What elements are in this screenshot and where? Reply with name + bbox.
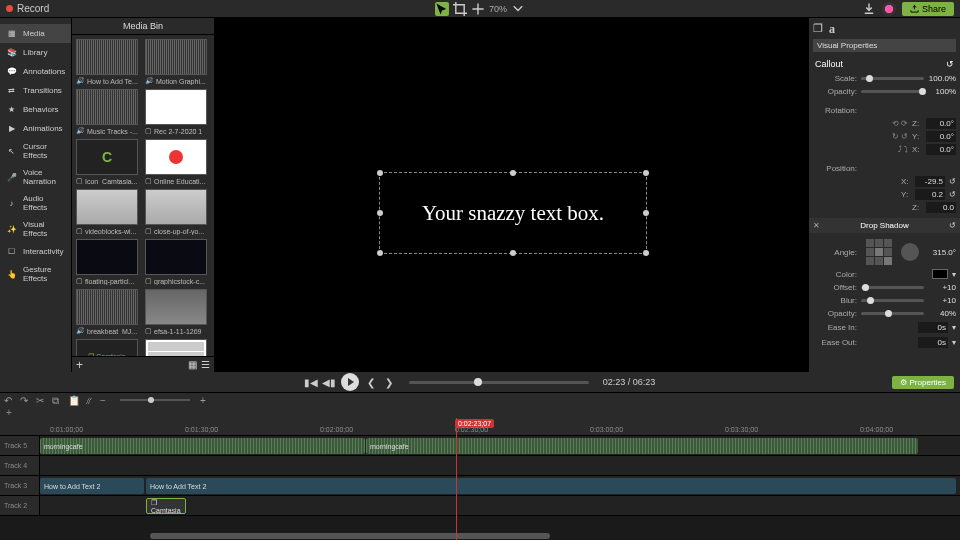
track-label[interactable]: Track 2 — [0, 496, 40, 515]
media-item[interactable]: ▢close-up-of-yo... — [145, 189, 210, 235]
resize-handle[interactable] — [643, 210, 649, 216]
rotate-z-icon[interactable]: ⟲ — [892, 119, 899, 128]
resize-handle[interactable] — [643, 170, 649, 176]
resize-handle[interactable] — [377, 210, 383, 216]
tool-item-visualeffects[interactable]: ✨Visual Effects — [0, 216, 71, 242]
media-item[interactable]: ▢Rec 2-7-2020 1 — [145, 89, 210, 135]
timeline-clip[interactable]: morningcafe — [40, 438, 365, 454]
ds-color-swatch[interactable] — [932, 269, 948, 279]
timeline-clip[interactable]: How to Add Text 2 — [40, 478, 144, 494]
ds-angle-value[interactable]: 315.0° — [928, 248, 956, 257]
reset-drop-shadow-icon[interactable]: ↺ — [949, 221, 956, 230]
ds-color-dropdown-icon[interactable]: ▾ — [952, 270, 956, 279]
media-item[interactable]: ▢graphicstock-c... — [145, 239, 210, 285]
undo-icon[interactable]: ↶ — [4, 395, 14, 405]
ds-blur-slider[interactable] — [861, 299, 924, 302]
scrub-bar[interactable] — [409, 381, 589, 384]
zoom-in-icon[interactable]: + — [200, 395, 210, 405]
properties-button[interactable]: ⚙ Properties — [892, 376, 954, 389]
timeline-clip[interactable]: How to Add Text 2 — [146, 478, 956, 494]
grid-view-icon[interactable]: ▦ — [188, 359, 197, 370]
tool-item-voice[interactable]: 🎤Voice Narration — [0, 164, 71, 190]
timeline-ruler[interactable]: 0:02:23;07 0:01:00;000:01:30;000:02:00;0… — [0, 418, 960, 436]
rotate-x-icon2[interactable]: ⤵ — [904, 145, 908, 154]
timeline-zoom-slider[interactable] — [120, 399, 190, 401]
tool-item-audioeffects[interactable]: ♪Audio Effects — [0, 190, 71, 216]
media-item[interactable]: ❐ Camtasia▢Logo_Hrz_Ca... — [76, 339, 141, 356]
text-callout-selection[interactable]: Your snazzy text box. — [379, 172, 647, 254]
timeline-clip[interactable]: morningcafe — [366, 438, 918, 454]
scale-slider[interactable] — [861, 77, 924, 80]
track-content[interactable]: How to Add Text 2How to Add Text 2 — [40, 476, 960, 495]
reset-y-icon[interactable]: ↺ — [949, 190, 956, 199]
ds-offset-slider[interactable] — [861, 286, 924, 289]
angle-wheel[interactable] — [901, 243, 919, 261]
timeline-clip[interactable]: ❐ Camtasia — [146, 498, 186, 514]
canvas[interactable]: Your snazzy text box. — [214, 18, 808, 372]
text-tab-icon[interactable]: a — [829, 22, 835, 37]
media-item[interactable]: ▢Rec 2-7-2020 2 — [145, 339, 210, 356]
opacity-slider[interactable] — [861, 90, 924, 93]
user-avatar[interactable] — [882, 2, 896, 16]
media-item[interactable]: ▢Online Educati... — [145, 139, 210, 185]
redo-icon[interactable]: ↷ — [20, 395, 30, 405]
zoom-out-icon[interactable]: − — [100, 395, 110, 405]
rotate-x-icon[interactable]: ⤴ — [898, 145, 902, 154]
media-item[interactable]: ▢videoblocks-wi... — [76, 189, 141, 235]
step-back-button[interactable]: ◀▮ — [323, 376, 335, 388]
crop-tool-button[interactable] — [453, 2, 467, 16]
media-item[interactable]: 🔊How to Add Te... — [76, 39, 141, 85]
ds-opacity-slider[interactable] — [861, 312, 924, 315]
prev-clip-button[interactable]: ▮◀ — [305, 376, 317, 388]
opacity-value[interactable]: 100% — [928, 87, 956, 96]
zoom-dropdown-icon[interactable] — [511, 2, 525, 16]
rotation-z-input[interactable]: 0.0° — [926, 118, 956, 129]
ds-blur-value[interactable]: +10 — [928, 296, 956, 305]
ds-easein-value[interactable]: 0s — [918, 322, 948, 333]
share-button[interactable]: Share — [902, 2, 954, 16]
add-media-button[interactable]: + — [76, 358, 83, 372]
tool-item-media[interactable]: ▦Media — [0, 24, 71, 43]
copy-icon[interactable]: ⧉ — [52, 395, 62, 405]
resize-handle[interactable] — [377, 170, 383, 176]
visual-properties-tab[interactable]: Visual Properties — [813, 39, 956, 52]
tool-item-gesture[interactable]: 👆Gesture Effects — [0, 261, 71, 287]
position-z-input[interactable]: 0.0 — [926, 202, 956, 213]
track-content[interactable]: ❐ Camtasia — [40, 496, 960, 515]
tool-item-cursor[interactable]: ↖Cursor Effects — [0, 138, 71, 164]
callout-tab-icon[interactable]: ❐ — [813, 22, 823, 37]
angle-picker[interactable] — [866, 239, 892, 265]
track-label[interactable]: Track 3 — [0, 476, 40, 495]
rotate-z-icon2[interactable]: ⟳ — [901, 119, 908, 128]
ds-opacity-value[interactable]: 40% — [928, 309, 956, 318]
split-icon[interactable]: ⫽ — [84, 395, 94, 405]
resize-handle[interactable] — [377, 250, 383, 256]
rotation-x-input[interactable]: 0.0° — [926, 144, 956, 155]
position-x-input[interactable]: -29.5 — [915, 176, 945, 187]
reset-icon[interactable]: ↺ — [946, 59, 954, 69]
rotate-y-icon[interactable]: ↻ — [892, 132, 899, 141]
media-item[interactable]: 🔊breakbeat_MJ... — [76, 289, 141, 335]
position-y-input[interactable]: 0.2 — [915, 189, 945, 200]
track-label[interactable]: Track 5 — [0, 436, 40, 455]
ds-easeout-value[interactable]: 0s — [918, 337, 948, 348]
prev-marker-button[interactable]: ❮ — [365, 376, 377, 388]
rotate-y-icon2[interactable]: ↺ — [901, 132, 908, 141]
paste-icon[interactable]: 📋 — [68, 395, 78, 405]
playhead[interactable] — [456, 418, 457, 540]
download-icon[interactable] — [862, 2, 876, 16]
zoom-percent[interactable]: 70% — [489, 4, 507, 14]
ds-offset-value[interactable]: +10 — [928, 283, 956, 292]
timeline-scrollbar[interactable] — [40, 532, 960, 540]
record-button[interactable]: Record — [6, 3, 49, 14]
resize-handle[interactable] — [510, 250, 516, 256]
callout-text[interactable]: Your snazzy text box. — [422, 201, 604, 226]
next-marker-button[interactable]: ❯ — [383, 376, 395, 388]
reset-x-icon[interactable]: ↺ — [949, 177, 956, 186]
tool-item-library[interactable]: 📚Library — [0, 43, 71, 62]
play-button[interactable] — [341, 373, 359, 391]
track-content[interactable]: morningcafemorningcafe — [40, 436, 960, 455]
media-item[interactable]: 🔊Motion Graphi... — [145, 39, 210, 85]
rotation-y-input[interactable]: 0.0° — [926, 131, 956, 142]
tool-item-behaviors[interactable]: ★Behaviors — [0, 100, 71, 119]
